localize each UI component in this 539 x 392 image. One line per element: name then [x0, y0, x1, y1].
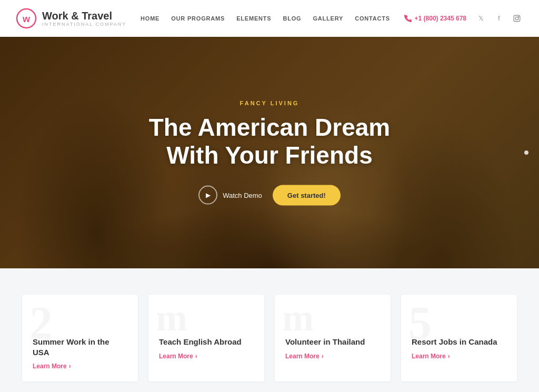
carousel-pagination: [21, 381, 518, 392]
hero-eyebrow: FANCY LIVING: [112, 100, 427, 106]
nav-gallery[interactable]: GALLERY: [313, 15, 343, 22]
logo-subtitle: International Company: [42, 22, 126, 27]
card-4: 5 Resort Jobs in Canada Learn More ›: [401, 295, 517, 381]
nav-home[interactable]: HOME: [141, 15, 159, 22]
card-2: m Teach English Abroad Learn More ›: [148, 295, 264, 381]
card-link-label-1: Learn More: [33, 363, 67, 370]
social-icons: 𝕏 f: [475, 12, 523, 25]
header-right: +1 (800) 2345 678 𝕏 f: [404, 12, 523, 25]
phone-icon: [404, 15, 412, 22]
logo-icon: w: [16, 8, 37, 29]
get-started-button[interactable]: Get started!: [273, 185, 341, 205]
phone-area[interactable]: +1 (800) 2345 678: [404, 15, 466, 22]
card-link-3[interactable]: Learn More ›: [285, 353, 380, 360]
instagram-icon[interactable]: [511, 12, 523, 25]
nav-programs[interactable]: OUR PROGRAMS: [171, 15, 225, 22]
card-arrow-4: ›: [448, 353, 450, 360]
card-3: m Volunteer in Thailand Learn More ›: [275, 295, 391, 381]
phone-number: +1 (800) 2345 678: [415, 15, 466, 22]
card-title-1: Summer Work in the USA: [33, 337, 127, 357]
hero-buttons: ▶ Watch Demo Get started!: [112, 185, 427, 205]
card-bg-number-2: m: [156, 299, 187, 337]
card-arrow-3: ›: [322, 353, 324, 360]
watch-demo-button[interactable]: ▶ Watch Demo: [198, 186, 262, 205]
hero-slider-dot: [524, 150, 528, 155]
cards-grid: 2 Summer Work in the USA Learn More › m …: [22, 295, 517, 381]
svg-text:w: w: [22, 14, 31, 24]
main-nav: HOME OUR PROGRAMS ELEMENTS BLOG GALLERY …: [141, 15, 390, 22]
card-bg-number-3: m: [282, 299, 314, 337]
hero-title-line1: The American Dream: [149, 114, 390, 141]
svg-point-4: [518, 16, 519, 17]
svg-rect-2: [514, 15, 520, 22]
card-arrow-1: ›: [69, 363, 71, 370]
hero-title: The American Dream With Your Friends: [112, 114, 427, 169]
header: w Work & Travel International Company HO…: [0, 0, 539, 37]
card-link-label-3: Learn More: [285, 353, 320, 360]
card-link-label-4: Learn More: [412, 353, 446, 360]
hero-title-line2: With Your Friends: [166, 142, 372, 169]
twitter-icon[interactable]: 𝕏: [475, 12, 487, 25]
card-1: 2 Summer Work in the USA Learn More ›: [22, 295, 138, 381]
logo[interactable]: w Work & Travel International Company: [16, 8, 126, 29]
card-title-4: Resort Jobs in Canada: [412, 337, 506, 347]
play-icon: ▶: [198, 186, 217, 205]
card-link-label-2: Learn More: [159, 353, 193, 360]
card-link-4[interactable]: Learn More ›: [412, 353, 506, 360]
logo-title: Work & Travel: [42, 10, 126, 22]
card-title-2: Teach English Abroad: [159, 337, 254, 347]
card-link-2[interactable]: Learn More ›: [159, 353, 254, 360]
nav-elements[interactable]: ELEMENTS: [236, 15, 271, 22]
hero-content: FANCY LIVING The American Dream With You…: [112, 100, 427, 206]
card-link-1[interactable]: Learn More ›: [33, 363, 127, 370]
nav-blog[interactable]: BLOG: [283, 15, 301, 22]
nav-contacts[interactable]: CONTACTS: [355, 15, 390, 22]
facebook-icon[interactable]: f: [493, 12, 505, 25]
hero-section: FANCY LIVING The American Dream With You…: [0, 37, 539, 268]
card-title-3: Volunteer in Thailand: [285, 337, 380, 347]
watch-label: Watch Demo: [223, 191, 262, 199]
card-arrow-2: ›: [195, 353, 197, 360]
svg-point-3: [515, 17, 518, 20]
cards-section: 2 Summer Work in the USA Learn More › m …: [0, 268, 539, 392]
